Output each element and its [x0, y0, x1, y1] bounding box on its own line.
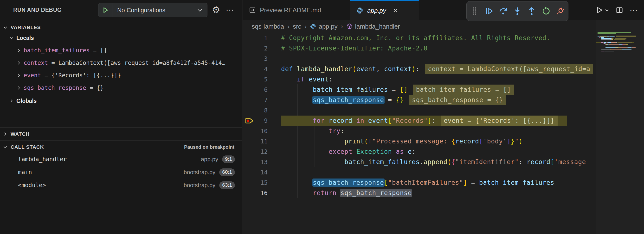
line-number[interactable]: 16 — [242, 188, 268, 198]
line-number[interactable]: 4 — [242, 64, 268, 74]
gripper-icon[interactable] — [468, 4, 481, 18]
code-line[interactable]: 2# SPDX-License-Identifier: Apache-2.0 — [242, 43, 596, 54]
disconnect-icon[interactable] — [554, 4, 566, 18]
markdown-preview-icon — [249, 6, 256, 14]
line-number[interactable]: 7 — [242, 95, 268, 105]
line-number[interactable]: 3 — [242, 54, 268, 64]
globals-scope-row[interactable]: Globals — [0, 95, 242, 107]
stack-frame-row[interactable]: <module> bootstrap.py 63:1 — [0, 179, 242, 191]
chevron-right-icon[interactable] — [14, 73, 24, 78]
inline-debug-value: batch_item_failures = [] — [413, 85, 514, 95]
line-number[interactable]: 13 — [242, 157, 268, 167]
debug-configuration-dropdown[interactable]: No Configurations — [98, 3, 208, 17]
code-editor[interactable]: 1# Copyright Amazon.com, Inc. or its aff… — [242, 33, 596, 234]
more-actions-icon[interactable]: ⋯ — [630, 5, 638, 15]
python-icon — [310, 23, 316, 29]
more-actions-icon[interactable]: ⋯ — [224, 3, 236, 17]
chevron-right-icon[interactable] — [14, 61, 24, 65]
debug-configuration-label: No Configurations — [112, 7, 196, 14]
code-line[interactable]: 16 return sqs_batch_response — [242, 188, 596, 198]
step-out-icon[interactable] — [525, 4, 538, 18]
line-number[interactable]: 14 — [242, 167, 268, 178]
line-number[interactable]: 1 — [242, 33, 268, 43]
variable-row[interactable]: batch_item_failures = [] — [0, 45, 242, 56]
minimap-line — [596, 38, 644, 39]
python-icon — [356, 7, 364, 14]
variable-name: batch_item_failures — [24, 47, 90, 54]
stack-frame-row[interactable]: main bootstrap.py 60:1 — [0, 166, 242, 178]
code-line[interactable]: 8 — [242, 105, 596, 116]
code-line[interactable]: 7 sqs_batch_response = {}sqs_batch_respo… — [242, 95, 596, 105]
breadcrumb-folder[interactable]: sqs-lambda — [252, 23, 284, 30]
frame-position-badge: 60:1 — [219, 168, 235, 176]
chevron-right-icon[interactable] — [14, 48, 24, 53]
chevron-down-icon — [7, 36, 16, 40]
code-line[interactable]: 12 except Exception as e: — [242, 146, 596, 157]
variable-row[interactable]: sqs_batch_response = {} — [0, 82, 242, 94]
minimap-line — [596, 36, 644, 36]
step-into-icon[interactable] — [511, 4, 524, 18]
variable-value: [] — [100, 47, 107, 54]
gear-icon[interactable]: ⚙ — [210, 3, 222, 17]
chevron-down-icon — [0, 25, 10, 30]
line-number[interactable]: 10 — [242, 126, 268, 136]
restart-icon[interactable] — [540, 4, 552, 18]
line-number[interactable]: 5 — [242, 74, 268, 85]
breadcrumb-file[interactable]: app.py — [319, 23, 338, 30]
watch-section-header[interactable]: WATCH — [0, 129, 242, 139]
step-over-icon[interactable] — [497, 4, 510, 18]
chevron-right-icon — [7, 99, 16, 103]
continue-icon[interactable] — [483, 4, 495, 18]
code-line[interactable]: 15 sqs_batch_response["batchItemFailures… — [242, 178, 596, 188]
run-python-file-icon[interactable] — [596, 6, 609, 14]
stack-frame-row[interactable]: lambda_handler app.py 9:1 — [0, 153, 242, 165]
code-line-text: # Copyright Amazon.com, Inc. or its affi… — [281, 33, 550, 43]
section-divider — [0, 140, 242, 140]
code-line[interactable]: 4def lambda_handler(event, context):cont… — [242, 64, 596, 74]
code-line[interactable]: 6 batch_item_failures = []batch_item_fai… — [242, 85, 596, 95]
line-number[interactable]: 6 — [242, 85, 268, 95]
breadcrumb-separator: › — [305, 23, 307, 30]
code-line[interactable]: 5 if event: — [242, 74, 596, 85]
chevron-down-icon — [0, 144, 10, 150]
code-line-text: def lambda_handler(event, context):conte… — [281, 64, 593, 74]
tab-preview-readme[interactable]: Preview README.md — [242, 0, 350, 20]
code-line-text: batch_item_failures = []batch_item_failu… — [281, 85, 514, 95]
code-line[interactable]: 3 — [242, 54, 596, 64]
minimap-line — [596, 49, 644, 50]
code-line[interactable]: 9 for record in event["Records"]:event =… — [242, 116, 596, 126]
line-number[interactable]: 11 — [242, 136, 268, 146]
line-number[interactable]: 8 — [242, 105, 268, 116]
paused-status-badge: Paused on breakpoint — [184, 142, 234, 152]
breakpoint-current-icon[interactable] — [244, 116, 254, 126]
variable-row[interactable]: context = LambdaContext([aws_request_id=… — [0, 57, 242, 69]
locals-scope-row[interactable]: Locals — [0, 32, 242, 44]
tab-app-py[interactable]: app.py ✕ — [350, 0, 419, 20]
variable-name: event — [24, 72, 41, 79]
breadcrumb-folder[interactable]: src — [293, 23, 301, 30]
code-line[interactable]: 13 batch_item_failures.append({"itemIden… — [242, 157, 596, 167]
minimap[interactable] — [596, 20, 644, 234]
split-editor-icon[interactable] — [616, 6, 623, 14]
line-number[interactable]: 12 — [242, 146, 268, 157]
variable-row[interactable]: event = {'Records': [{...}]} — [0, 70, 242, 81]
code-line[interactable]: 14 — [242, 167, 596, 178]
chevron-right-icon[interactable] — [14, 86, 24, 90]
code-line[interactable]: 10 try: — [242, 126, 596, 136]
code-line[interactable]: 1# Copyright Amazon.com, Inc. or its aff… — [242, 33, 596, 43]
line-number[interactable]: 2 — [242, 43, 268, 54]
frame-file: app.py — [201, 156, 218, 163]
start-debug-icon[interactable] — [98, 3, 112, 17]
line-number[interactable]: 15 — [242, 178, 268, 188]
minimap-line — [596, 37, 644, 38]
minimap-line — [596, 41, 644, 41]
close-icon[interactable]: ✕ — [393, 7, 398, 14]
code-line-text: sqs_batch_response["batchItemFailures"] … — [281, 178, 554, 188]
breadcrumb-separator: › — [287, 23, 290, 30]
sidebar-header: RUN AND DEBUG No Configurations ⚙ ⋯ — [0, 0, 242, 20]
variables-section-header[interactable]: VARIABLES — [0, 23, 242, 32]
breadcrumb-symbol[interactable]: lambda_handler — [355, 23, 400, 30]
breadcrumb: sqs-lambda › src › app.py › lambda_handl… — [242, 20, 596, 33]
code-line-text: for record in event["Records"]:event = {… — [281, 116, 558, 126]
code-line[interactable]: 11 print(f"Processed message: {record['b… — [242, 136, 596, 146]
